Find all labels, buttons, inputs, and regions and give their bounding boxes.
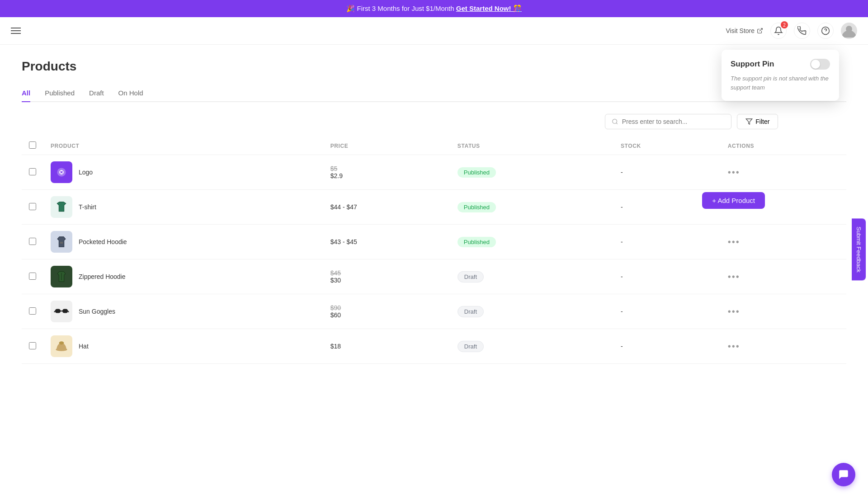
col-actions: ACTIONS	[721, 137, 846, 155]
support-pin-popup: Support Pin The support pin is not share…	[722, 50, 839, 101]
row-actions-button[interactable]: •••	[728, 306, 740, 316]
table-row: Pocketed Hoodie $43 - $45 Published - ••…	[22, 225, 846, 259]
stock-cell: -	[613, 259, 721, 294]
tab-published[interactable]: Published	[45, 85, 75, 102]
product-name: Sun Goggles	[79, 308, 115, 315]
main-content: Products All Published Draft On Hold Fil…	[0, 45, 868, 499]
avatar[interactable]	[841, 23, 857, 39]
row-actions-button[interactable]: •••	[728, 237, 740, 247]
status-badge: Draft	[458, 306, 484, 317]
row-actions-button[interactable]: •••	[728, 167, 740, 177]
product-name-cell: Pocketed Hoodie	[51, 231, 316, 253]
support-pin-description: The support pin is not shared with the s…	[731, 74, 830, 92]
filter-icon	[745, 118, 753, 125]
product-name-cell: Zippered Hoodie	[51, 266, 316, 287]
stock-cell: -	[613, 294, 721, 329]
stock-cell: -	[613, 225, 721, 259]
product-thumbnail	[51, 301, 72, 322]
svg-point-16	[59, 341, 64, 344]
add-product-button[interactable]: + Add Product	[702, 192, 765, 209]
header: Visit Store 2	[0, 17, 868, 45]
popup-header: Support Pin	[731, 59, 830, 70]
product-name: Zippered Hoodie	[79, 273, 126, 280]
col-status: STATUS	[450, 137, 613, 155]
row-actions-button[interactable]: •••	[728, 341, 740, 351]
status-badge: Draft	[458, 271, 484, 282]
row-actions-button[interactable]: •••	[728, 272, 740, 282]
tab-on-hold[interactable]: On Hold	[118, 85, 143, 102]
banner-cta[interactable]: Get Started Now! 🎊	[456, 5, 522, 12]
svg-rect-8	[60, 242, 63, 244]
row-checkbox[interactable]	[29, 238, 36, 245]
toggle-knob	[811, 60, 820, 69]
promo-banner: 🎉 First 3 Months for Just $1/Month Get S…	[0, 0, 868, 17]
product-name: Hat	[79, 343, 89, 350]
product-name-cell: Logo	[51, 161, 316, 183]
visit-store-link[interactable]: Visit Store	[726, 27, 763, 34]
svg-rect-10	[55, 309, 61, 313]
row-checkbox[interactable]	[29, 307, 36, 315]
svg-marker-6	[746, 119, 752, 124]
support-pin-title: Support Pin	[731, 60, 774, 69]
tab-all[interactable]: All	[22, 85, 30, 102]
row-checkbox[interactable]	[29, 168, 36, 175]
table-row: Sun Goggles $90 $60 Draft - •••	[22, 294, 846, 329]
status-badge: Published	[458, 237, 496, 247]
hamburger-menu[interactable]	[11, 28, 21, 34]
status-badge: Draft	[458, 341, 484, 352]
stock-cell: -	[613, 329, 721, 364]
product-thumbnail	[51, 266, 72, 287]
svg-rect-11	[62, 309, 68, 313]
phone-button[interactable]	[794, 23, 810, 39]
support-pin-toggle[interactable]	[810, 59, 830, 70]
product-name-cell: Sun Goggles	[51, 301, 316, 322]
feedback-tab[interactable]: Submit Feedback	[852, 218, 866, 280]
product-thumbnail	[51, 231, 72, 253]
notifications-button[interactable]: 2	[770, 23, 787, 39]
table-row: Logo $5 $2.9 Published - •••	[22, 155, 846, 190]
product-name-cell: Hat	[51, 335, 316, 357]
add-product-label: + Add Product	[712, 197, 755, 204]
svg-line-5	[616, 122, 618, 124]
support-button[interactable]	[817, 23, 834, 39]
row-checkbox[interactable]	[29, 273, 36, 280]
col-stock: STOCK	[613, 137, 721, 155]
feedback-label: Submit Feedback	[855, 226, 862, 272]
product-name-cell: T-shirt	[51, 196, 316, 218]
row-checkbox[interactable]	[29, 203, 36, 210]
product-price: $44 - $47	[323, 190, 450, 225]
col-price: PRICE	[323, 137, 450, 155]
stock-cell: -	[613, 155, 721, 190]
select-all-checkbox[interactable]	[29, 141, 36, 149]
table-row: Hat $18 Draft - •••	[22, 329, 846, 364]
filter-label: Filter	[755, 118, 769, 125]
product-thumbnail	[51, 196, 72, 218]
search-icon	[612, 118, 618, 125]
filter-button[interactable]: Filter	[737, 114, 778, 129]
col-product: PRODUCT	[43, 137, 323, 155]
svg-line-14	[68, 311, 69, 312]
chat-button[interactable]	[832, 463, 855, 486]
product-price: $43 - $45	[323, 225, 450, 259]
product-price: $45 $30	[330, 269, 443, 284]
product-name: Pocketed Hoodie	[79, 238, 127, 245]
search-box	[605, 114, 731, 129]
product-table: PRODUCT PRICE STATUS STOCK ACTIONS Logo	[22, 137, 846, 364]
product-price: $90 $60	[330, 304, 443, 319]
status-badge: Published	[458, 167, 496, 178]
status-badge: Published	[458, 202, 496, 212]
search-input[interactable]	[622, 118, 725, 125]
product-thumbnail	[51, 335, 72, 357]
table-row: Zippered Hoodie $45 $30 Draft - •••	[22, 259, 846, 294]
notification-badge: 2	[781, 21, 788, 28]
tab-draft[interactable]: Draft	[89, 85, 104, 102]
header-right: Visit Store 2	[726, 23, 857, 39]
product-name: T-shirt	[79, 203, 96, 211]
visit-store-label: Visit Store	[726, 27, 755, 34]
svg-line-13	[54, 311, 55, 312]
product-name: Logo	[79, 169, 93, 176]
banner-text: 🎉 First 3 Months for Just $1/Month	[346, 5, 454, 12]
svg-point-4	[613, 119, 617, 123]
row-checkbox[interactable]	[29, 342, 36, 349]
svg-line-0	[760, 28, 762, 31]
